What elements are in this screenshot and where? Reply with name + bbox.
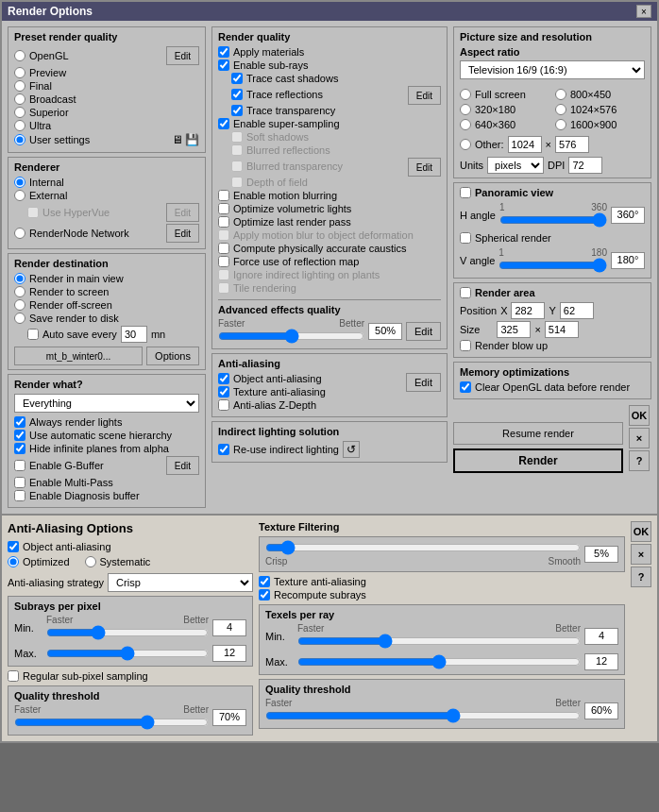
render-area-check[interactable] [460, 287, 471, 298]
res-1600-radio[interactable] [555, 119, 566, 130]
rw-multipass-check[interactable] [14, 477, 25, 488]
rq-soft-shadows-check[interactable] [231, 131, 243, 143]
clear-opengl-check[interactable] [460, 381, 471, 393]
resume-render-button[interactable]: Resume render [453, 422, 623, 445]
preset-edit-button[interactable]: Edit [166, 46, 199, 65]
dest-file-button[interactable]: mt_b_winter0... [14, 347, 143, 365]
dest-save-radio[interactable] [14, 313, 25, 324]
rw-always-lights-check[interactable] [14, 416, 25, 428]
rq-reflection-map-check[interactable] [218, 256, 229, 267]
preset-final-radio[interactable] [14, 80, 25, 92]
renderer-edit2-button[interactable]: Edit [166, 224, 199, 243]
texture-quality-slider[interactable] [265, 709, 581, 722]
close-button[interactable]: × [636, 5, 651, 18]
render-blowup-check[interactable] [460, 340, 471, 351]
spherical-check[interactable] [460, 232, 471, 244]
texture-aa-check[interactable] [259, 576, 270, 587]
panoramic-check[interactable] [460, 187, 471, 198]
aa-zdepth-check[interactable] [218, 399, 229, 411]
rw-hide-infinite-check[interactable] [14, 443, 25, 454]
rq-last-render-check[interactable] [218, 216, 229, 228]
rw-diagnosis-check[interactable] [14, 490, 25, 501]
rq-tile-rendering-check[interactable] [218, 282, 229, 294]
renderer-edit1-button[interactable]: Edit [166, 203, 199, 222]
rq-apply-materials-check[interactable] [218, 46, 229, 58]
cancel-button[interactable]: × [629, 428, 650, 448]
pos-y-input[interactable] [560, 302, 594, 319]
subrays-max-slider[interactable] [46, 647, 209, 660]
res-fullscreen-radio[interactable] [460, 89, 471, 100]
aa-edit-button[interactable]: Edit [406, 373, 441, 392]
preset-ultra-radio[interactable] [14, 120, 25, 131]
ok-button[interactable]: OK [629, 405, 650, 426]
renderer-external-radio[interactable] [14, 190, 25, 201]
rq-blurred-transparency-check[interactable] [231, 161, 243, 172]
res-other-w-input[interactable] [508, 136, 542, 153]
adv-effects-slider[interactable] [218, 330, 364, 343]
res-640-radio[interactable] [460, 119, 471, 130]
aspect-select[interactable]: Television 16/9 (16:9) [460, 60, 645, 79]
preset-broadcast-radio[interactable] [14, 93, 25, 105]
rq-enable-subrays-check[interactable] [218, 59, 229, 71]
res-800-radio[interactable] [555, 89, 566, 100]
res-1024-radio[interactable] [555, 104, 566, 115]
indirect-refresh-button[interactable]: ↺ [343, 441, 360, 458]
aa-systematic-radio[interactable] [85, 556, 96, 567]
rq-depth-of-field-check[interactable] [231, 177, 243, 188]
pos-x-input[interactable] [511, 302, 545, 319]
aa-optimized-radio[interactable] [8, 556, 19, 567]
rq-volumetric-check[interactable] [218, 203, 229, 214]
texels-max-slider[interactable] [297, 655, 581, 668]
rq-apply-motion-obj-check[interactable] [218, 229, 229, 241]
size-h-input[interactable] [545, 321, 579, 338]
rw-edit-button[interactable]: Edit [166, 456, 199, 475]
rq-trace-transparency-check[interactable] [231, 105, 243, 116]
rq-trace-shadows-check[interactable] [231, 73, 243, 84]
regular-subpixel-check[interactable] [8, 670, 19, 682]
rq-trace-reflections-check[interactable] [231, 89, 243, 100]
renderer-network-radio[interactable] [14, 228, 25, 239]
aa-quality-slider[interactable] [14, 716, 209, 729]
rq-blurred-reflections-check[interactable] [231, 144, 243, 156]
rq-edit1-button[interactable]: Edit [408, 86, 441, 105]
rq-edit2-button[interactable]: Edit [408, 158, 441, 177]
help-button[interactable]: ? [629, 450, 650, 471]
aa-object-option-check[interactable] [8, 541, 19, 552]
subrays-min-slider[interactable] [46, 626, 209, 639]
rq-motion-blur-check[interactable] [218, 190, 229, 201]
recompute-subrays-check[interactable] [259, 589, 270, 601]
res-other-h-input[interactable] [555, 136, 589, 153]
adv-effects-edit-button[interactable]: Edit [406, 322, 441, 341]
dest-autosave-input[interactable] [121, 326, 147, 343]
size-w-input[interactable] [497, 321, 531, 338]
rw-gbuffer-check[interactable] [14, 460, 25, 471]
preset-user-radio[interactable] [14, 134, 25, 145]
h-angle-slider[interactable] [499, 213, 607, 227]
preset-preview-radio[interactable] [14, 67, 25, 78]
dest-main-view-radio[interactable] [14, 273, 25, 284]
dest-screen-radio[interactable] [14, 286, 25, 297]
units-select[interactable]: pixels [487, 157, 544, 174]
bottom-help-button[interactable]: ? [631, 567, 651, 587]
preset-opengl-radio[interactable] [14, 50, 25, 61]
rq-caustics-check[interactable] [218, 243, 229, 254]
renderer-internal-radio[interactable] [14, 177, 25, 188]
rq-super-sampling-check[interactable] [218, 118, 229, 129]
dpi-input[interactable] [568, 157, 602, 174]
aa-texture-check[interactable] [218, 386, 229, 398]
dest-autosave-check[interactable] [27, 329, 39, 340]
rq-ignore-indirect-check[interactable] [218, 269, 229, 280]
bottom-x-button[interactable]: × [631, 544, 651, 565]
texels-min-slider[interactable] [297, 634, 581, 648]
dest-options-button[interactable]: Options [146, 347, 199, 365]
preset-superior-radio[interactable] [14, 107, 25, 118]
render-button[interactable]: Render [453, 448, 623, 473]
renderer-hypervue-check[interactable] [27, 207, 39, 218]
texture-filter-slider[interactable] [265, 541, 581, 554]
rw-auto-hierarchy-check[interactable] [14, 430, 25, 441]
indirect-check[interactable] [218, 444, 229, 455]
v-angle-slider[interactable] [498, 259, 607, 272]
aa-object-check[interactable] [218, 373, 229, 384]
res-other-radio[interactable] [460, 139, 471, 150]
aa-strategy-select[interactable]: Crisp [108, 573, 253, 592]
